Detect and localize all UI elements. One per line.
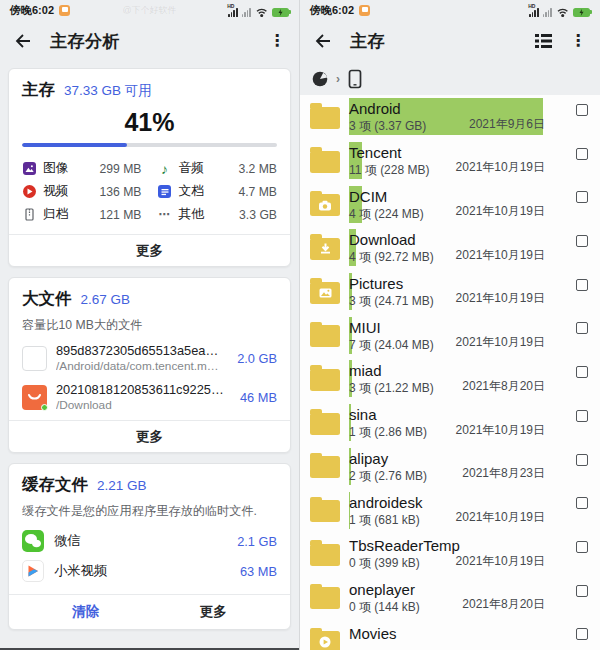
breadcrumb: ›: [300, 62, 600, 95]
page-title: 主存分析: [50, 30, 120, 53]
folder-checkbox[interactable]: [576, 454, 588, 466]
folder-checkbox[interactable]: [576, 628, 588, 640]
folder-row[interactable]: Download 4 项 (92.72 MB) 2021年10月19日: [300, 226, 600, 270]
file-size: 2.0 GB: [237, 351, 277, 366]
folder-row[interactable]: MIUI 7 项 (24.04 MB) 2021年10月19日: [300, 313, 600, 357]
large-files-subtitle: 容量比10 MB大的文件: [22, 317, 277, 334]
folder-icon: [310, 544, 340, 566]
folder-checkbox[interactable]: [576, 148, 588, 160]
app-cache-size: 63 MB: [240, 564, 277, 579]
folder-date: 2021年10月19日: [456, 509, 545, 526]
wifi-icon: [255, 7, 268, 17]
category-size: 3.3 GB: [239, 208, 277, 222]
folder-glyph-plain: [310, 500, 340, 522]
folder-glyph-plain: [310, 456, 340, 478]
cache-app-row[interactable]: 小米视频 63 MB: [22, 556, 277, 586]
cache-app-list: 微信 2.1 GB 小米视频 63 MB: [22, 526, 277, 586]
status-icons: HD: [529, 4, 590, 17]
cache-subtitle: 缓存文件是您的应用程序里存放的临时文件.: [22, 503, 277, 520]
signal2-icon: [543, 4, 552, 17]
category-size: 121 MB: [99, 208, 141, 222]
category-label: 文档: [179, 183, 205, 200]
clear-cache-button[interactable]: 清除: [22, 603, 150, 621]
folder-checkbox[interactable]: [576, 585, 588, 597]
signal2-icon: [242, 4, 251, 17]
large-files-more-button[interactable]: 更多: [22, 421, 277, 452]
folder-icon: [310, 369, 340, 391]
storage-pie-icon[interactable]: [312, 71, 328, 87]
overflow-menu-icon[interactable]: ⋮: [570, 33, 586, 49]
storage-percent: 41%: [22, 108, 277, 137]
mivideo-icon: [22, 560, 44, 582]
large-file-row[interactable]: 895d8372305d65513a5ea0d71f7e45e9 /Androi…: [22, 343, 277, 373]
folder-row[interactable]: Pictures 3 项 (24.71 MB) 2021年10月19日: [300, 270, 600, 314]
category-item[interactable]: 图像 299 MB: [22, 157, 142, 180]
folder-list: Android 3 项 (3.37 GB) 2021年9月6日 Tencent …: [300, 95, 600, 650]
category-size: 136 MB: [99, 185, 141, 199]
apk-icon: [22, 385, 47, 410]
folder-row[interactable]: Android 3 项 (3.37 GB) 2021年9月6日: [300, 95, 600, 139]
folder-row[interactable]: Movies: [300, 619, 600, 650]
notification-message-icon: [359, 5, 370, 16]
folder-checkbox[interactable]: [576, 279, 588, 291]
category-item[interactable]: ⋯ 其他 3.3 GB: [158, 203, 278, 226]
storage-progress-bar: [22, 143, 277, 147]
large-file-row[interactable]: 20210818120853611c922571f39.apk /Downloa…: [22, 382, 277, 412]
folder-row[interactable]: miad 3 项 (21.22 MB) 2021年8月20日: [300, 357, 600, 401]
back-icon[interactable]: [314, 33, 332, 49]
folder-icon: [310, 413, 340, 435]
overflow-menu-icon[interactable]: ⋮: [269, 33, 285, 49]
wifi-icon: [556, 7, 569, 17]
folder-icon: [310, 587, 340, 609]
doc-icon: [158, 185, 172, 198]
folder-checkbox[interactable]: [576, 191, 588, 203]
folder-checkbox[interactable]: [576, 235, 588, 247]
back-icon[interactable]: [14, 33, 32, 49]
dual-screenshot: 傍晚6:02 @下个好软件 HD 主存分析 ⋮ 主存 37.33 GB 可用 4…: [0, 0, 600, 650]
app-bar: 主存分析 ⋮: [0, 20, 299, 62]
folder-row[interactable]: oneplayer 0 项 (144 kB) 2021年8月20日: [300, 576, 600, 620]
folder-date: 2021年8月20日: [462, 378, 545, 395]
folder-row[interactable]: sina 1 项 (2.86 MB) 2021年10月19日: [300, 401, 600, 445]
category-item[interactable]: ♪ 音频 3.2 MB: [158, 157, 278, 180]
folder-checkbox[interactable]: [576, 366, 588, 378]
category-item[interactable]: 归档 121 MB: [22, 203, 142, 226]
list-view-icon[interactable]: [535, 34, 552, 48]
cache-total: 2.21 GB: [97, 478, 147, 493]
phone-storage-icon[interactable]: [348, 69, 362, 89]
folder-glyph-image: [310, 282, 340, 304]
folder-checkbox[interactable]: [576, 497, 588, 509]
folder-checkbox[interactable]: [576, 104, 588, 116]
audio-icon: ♪: [158, 161, 172, 177]
folder-checkbox[interactable]: [576, 541, 588, 553]
file-size: 46 MB: [240, 390, 277, 405]
folder-row[interactable]: Tencent 11 项 (228 MB) 2021年10月19日: [300, 139, 600, 183]
folder-row[interactable]: alipay 2 项 (2.76 MB) 2021年8月23日: [300, 445, 600, 489]
signal-icon: HD: [228, 4, 237, 17]
cache-app-row[interactable]: 微信 2.1 GB: [22, 526, 277, 556]
folder-date: 2021年9月6日: [469, 116, 545, 133]
folder-row[interactable]: androidesk 1 项 (681 kB) 2021年10月19日: [300, 488, 600, 532]
storage-available: 37.33 GB 可用: [64, 82, 152, 100]
category-label: 归档: [43, 206, 69, 223]
chevron-right-icon: ›: [336, 72, 340, 86]
storage-more-button[interactable]: 更多: [22, 235, 277, 266]
folder-icon: [310, 238, 340, 260]
category-item[interactable]: 文档 4.7 MB: [158, 180, 278, 203]
category-size: 299 MB: [99, 162, 141, 176]
other-icon: ⋯: [158, 208, 172, 221]
file-path: /Download: [56, 398, 227, 412]
folder-date: 2021年10月19日: [456, 159, 545, 176]
signal-icon: HD: [529, 4, 538, 17]
category-size: 3.2 MB: [238, 162, 277, 176]
image-icon: [22, 162, 36, 175]
category-item[interactable]: 视频 136 MB: [22, 180, 142, 203]
folder-checkbox[interactable]: [576, 410, 588, 422]
app-bar: 主存 ⋮: [300, 20, 600, 62]
folder-checkbox[interactable]: [576, 322, 588, 334]
folder-row[interactable]: TbsReaderTemp 0 项 (399 kB) 2021年10月19日: [300, 532, 600, 576]
folder-row[interactable]: DCIM 4 项 (224 MB) 2021年10月19日: [300, 182, 600, 226]
notification-message-icon: [59, 5, 70, 16]
file-path: /Android/data/com.tencent.mm/cach...: [56, 359, 224, 373]
cache-more-button[interactable]: 更多: [150, 603, 278, 621]
